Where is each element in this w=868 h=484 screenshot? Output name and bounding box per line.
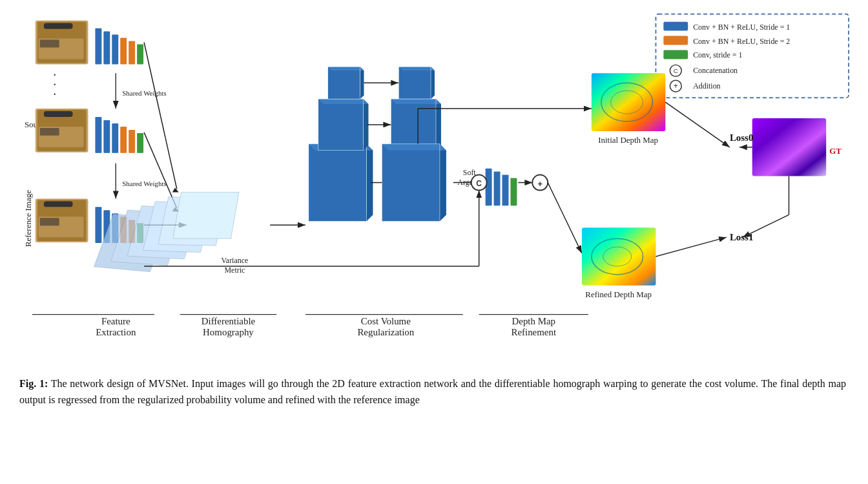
svg-point-130 bbox=[592, 238, 643, 275]
svg-rect-17 bbox=[39, 39, 84, 59]
svg-marker-56 bbox=[172, 187, 179, 192]
svg-marker-79 bbox=[328, 95, 364, 99]
svg-rect-29 bbox=[37, 200, 87, 241]
svg-rect-50 bbox=[103, 210, 110, 243]
svg-rect-62 bbox=[127, 205, 199, 258]
svg-rect-42 bbox=[103, 120, 110, 153]
svg-rect-71 bbox=[309, 144, 367, 221]
svg-marker-85 bbox=[431, 67, 435, 99]
svg-rect-129 bbox=[582, 227, 656, 286]
svg-text:Initial Depth Map: Initial Depth Map bbox=[598, 135, 658, 145]
svg-text:+: + bbox=[674, 81, 678, 90]
svg-text:Refined Depth Map: Refined Depth Map bbox=[585, 289, 652, 299]
svg-rect-63 bbox=[143, 202, 212, 253]
caption-text: The network design of MVSNet. Input imag… bbox=[19, 378, 846, 405]
svg-rect-124 bbox=[752, 118, 826, 176]
svg-rect-33 bbox=[95, 28, 101, 65]
svg-rect-106 bbox=[494, 172, 501, 206]
svg-point-10 bbox=[670, 80, 681, 92]
svg-text:GT: GT bbox=[829, 146, 842, 156]
svg-rect-30 bbox=[44, 201, 73, 207]
svg-line-55 bbox=[144, 43, 177, 189]
svg-rect-93 bbox=[391, 99, 436, 151]
svg-text:Variance: Variance bbox=[222, 256, 249, 265]
svg-rect-53 bbox=[129, 220, 135, 243]
svg-rect-76 bbox=[318, 99, 364, 151]
svg-text:·: · bbox=[53, 78, 56, 92]
svg-rect-1 bbox=[663, 22, 688, 31]
diagram-area: Conv + BN + ReLU, Stride = 1 Conv + BN +… bbox=[13, 6, 855, 368]
svg-line-135 bbox=[743, 215, 789, 237]
caption-area: Fig. 1: The network design of MVSNet. In… bbox=[13, 376, 852, 408]
svg-text:·: · bbox=[53, 68, 56, 82]
svg-rect-34 bbox=[103, 32, 110, 65]
svg-rect-38 bbox=[137, 45, 143, 65]
svg-rect-88 bbox=[398, 67, 431, 99]
svg-text:Conv + BN + ReLU, Stride = 1: Conv + BN + ReLU, Stride = 1 bbox=[693, 23, 790, 32]
svg-point-131 bbox=[603, 247, 632, 266]
svg-text:Conv + BN + ReLU, Stride = 2: Conv + BN + ReLU, Stride = 2 bbox=[693, 37, 790, 46]
svg-rect-45 bbox=[129, 130, 135, 153]
svg-rect-43 bbox=[112, 123, 118, 153]
svg-rect-41 bbox=[95, 117, 101, 153]
svg-rect-31 bbox=[39, 216, 84, 237]
svg-rect-51 bbox=[112, 213, 118, 243]
svg-rect-98 bbox=[382, 144, 440, 221]
svg-text:Soft: Soft bbox=[463, 168, 477, 177]
svg-text:·: · bbox=[53, 87, 56, 101]
svg-rect-64 bbox=[158, 197, 226, 246]
svg-point-109 bbox=[471, 175, 487, 191]
svg-rect-14 bbox=[36, 21, 88, 65]
svg-rect-83 bbox=[328, 67, 360, 99]
diagram-svg: Conv + BN + ReLU, Stride = 1 Conv + BN +… bbox=[13, 6, 855, 368]
svg-rect-35 bbox=[112, 35, 118, 65]
svg-marker-58 bbox=[172, 207, 179, 211]
svg-line-57 bbox=[144, 132, 177, 208]
svg-marker-92 bbox=[391, 99, 441, 104]
svg-rect-78 bbox=[318, 99, 364, 151]
svg-rect-105 bbox=[486, 169, 492, 206]
svg-text:Metric: Metric bbox=[225, 266, 245, 275]
svg-rect-28 bbox=[36, 198, 88, 242]
main-container: Conv + BN + ReLU, Stride = 1 Conv + BN +… bbox=[0, 0, 868, 415]
svg-rect-25 bbox=[39, 127, 84, 147]
svg-text:Shared Weights: Shared Weights bbox=[122, 89, 166, 97]
svg-rect-107 bbox=[502, 175, 509, 206]
svg-line-116 bbox=[548, 183, 582, 253]
svg-rect-96 bbox=[382, 144, 440, 221]
svg-point-121 bbox=[601, 83, 653, 121]
svg-text:Feature: Feature bbox=[101, 316, 130, 326]
svg-rect-108 bbox=[510, 178, 517, 206]
svg-text:Refinement: Refinement bbox=[511, 327, 556, 337]
svg-marker-77 bbox=[318, 99, 369, 104]
svg-rect-60 bbox=[94, 214, 169, 271]
svg-rect-36 bbox=[120, 38, 127, 65]
svg-line-136 bbox=[656, 237, 726, 257]
svg-rect-49 bbox=[95, 207, 101, 243]
svg-text:Cost Volume: Cost Volume bbox=[361, 316, 411, 326]
svg-marker-72 bbox=[309, 144, 373, 151]
svg-rect-65 bbox=[173, 192, 239, 238]
svg-text:Shared Weights: Shared Weights bbox=[122, 180, 166, 187]
svg-text:Source Images: Source Images bbox=[25, 120, 74, 129]
svg-text:Differentiable: Differentiable bbox=[202, 316, 256, 326]
svg-point-113 bbox=[532, 175, 548, 191]
svg-text:Extraction: Extraction bbox=[96, 327, 136, 337]
svg-text:C: C bbox=[674, 67, 678, 74]
svg-rect-22 bbox=[36, 109, 88, 153]
svg-text:Concatenation: Concatenation bbox=[693, 66, 738, 75]
svg-text:Reference Image: Reference Image bbox=[23, 190, 33, 247]
svg-line-127 bbox=[665, 102, 730, 147]
svg-rect-86 bbox=[398, 67, 431, 99]
svg-marker-82 bbox=[328, 67, 364, 70]
caption-label: Fig. 1: bbox=[19, 378, 48, 389]
svg-rect-15 bbox=[37, 22, 87, 63]
svg-rect-23 bbox=[37, 110, 87, 151]
svg-marker-90 bbox=[436, 99, 441, 151]
svg-text:Addition: Addition bbox=[693, 81, 720, 90]
svg-marker-97 bbox=[382, 144, 446, 151]
svg-text:Conv, stride = 1: Conv, stride = 1 bbox=[693, 50, 742, 59]
svg-rect-0 bbox=[656, 14, 849, 98]
svg-point-122 bbox=[611, 90, 643, 114]
svg-rect-16 bbox=[44, 23, 73, 29]
